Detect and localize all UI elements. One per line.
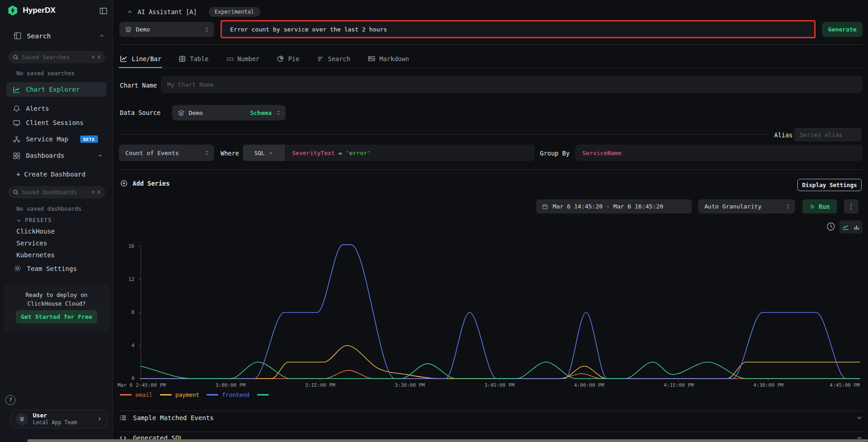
- generate-button[interactable]: Generate: [822, 22, 863, 37]
- group-by-input[interactable]: ServiceName: [575, 145, 863, 161]
- sidebar-item-chart-explorer[interactable]: Chart Explorer: [6, 82, 107, 97]
- sidebar-collapse-icon[interactable]: [99, 7, 108, 15]
- create-dashboard-button[interactable]: + Create Dashboard: [16, 171, 86, 178]
- chart-type-tabs: Line/BarTable123NumberPieSearchMarkdown: [120, 55, 863, 68]
- hyperdx-logo-icon: [7, 5, 18, 16]
- monitor-icon: [13, 119, 21, 127]
- search-icon: [13, 54, 19, 60]
- bar-chart-icon[interactable]: [853, 224, 860, 231]
- divider: [119, 44, 863, 45]
- ai-prompt-value: Error count by service over the last 2 h…: [230, 26, 387, 33]
- kebab-menu-button[interactable]: ⋮: [844, 199, 858, 213]
- granularity-select[interactable]: Auto Granularity: [698, 199, 795, 213]
- chart-name-input[interactable]: My Chart Name: [161, 76, 863, 93]
- preset-item-kubernetes[interactable]: Kubernetes: [16, 251, 55, 259]
- presets-toggle[interactable]: PRESETS: [16, 217, 52, 224]
- legend-item-frontend[interactable]: frontend: [206, 391, 249, 398]
- y-tick-label: 16: [113, 243, 134, 249]
- alias-input[interactable]: Series alias: [794, 128, 862, 141]
- legend-label: frontend: [222, 391, 249, 398]
- play-icon: [810, 204, 815, 209]
- tab-pie[interactable]: Pie: [277, 55, 299, 68]
- chevron-up-icon[interactable]: [99, 33, 105, 39]
- tab-search[interactable]: Search: [317, 55, 350, 68]
- sidebar-item-dashboards[interactable]: Dashboards: [6, 148, 107, 163]
- sidebar-section-search[interactable]: Search: [14, 32, 105, 40]
- where-lang-select[interactable]: SQL: [243, 145, 285, 161]
- sidebar-item-team-settings[interactable]: Team Settings: [14, 265, 77, 272]
- legend-item-email[interactable]: email: [120, 391, 153, 398]
- sidebar-item-alerts[interactable]: Alerts: [6, 101, 107, 116]
- aggregation-select[interactable]: Count of Events: [119, 145, 214, 161]
- ai-source-select[interactable]: Demo: [119, 22, 214, 37]
- app-title: HyperDX: [23, 6, 56, 15]
- run-label: Run: [819, 203, 830, 210]
- tab-table[interactable]: Table: [179, 55, 209, 68]
- no-saved-dashboards-text: No saved dashboards: [16, 205, 82, 212]
- where-input[interactable]: SeverityText = 'error': [285, 145, 534, 161]
- select-updown-icon: [204, 150, 210, 156]
- user-menu[interactable]: U User Local App Team: [11, 410, 108, 428]
- help-icon: ?: [9, 397, 12, 403]
- sidebar-item-label: Service Map: [26, 135, 68, 143]
- search-panel-icon: [14, 32, 21, 40]
- sidebar-item-label: Dashboards: [26, 152, 64, 159]
- data-source-select[interactable]: Demo Schema: [172, 105, 286, 120]
- x-tick-label: 3:30:00 PM: [395, 382, 425, 388]
- saved-dashboards-input[interactable]: Saved Dashboards ⌘ K: [8, 186, 105, 198]
- saved-searches-input[interactable]: Saved Searches ⌘ K: [8, 51, 105, 63]
- grid-icon: [13, 152, 21, 160]
- markdown-icon: [368, 55, 375, 62]
- sidebar-item-client-sessions[interactable]: Client Sessions: [6, 115, 107, 130]
- help-button[interactable]: ?: [5, 395, 15, 405]
- time-format-icon[interactable]: [826, 222, 836, 231]
- where-value-token: 'error': [346, 150, 371, 156]
- sidebar-search-label: Search: [27, 32, 51, 40]
- tab-label: Table: [190, 55, 209, 62]
- svg-text:123: 123: [226, 57, 233, 61]
- select-updown-icon: [785, 203, 791, 210]
- chevron-down-icon: [268, 151, 273, 156]
- legend-dash: [160, 394, 172, 395]
- where-clause: SQL SeverityText = 'error': [243, 145, 534, 161]
- where-lang-value: SQL: [254, 150, 265, 156]
- app-logo[interactable]: HyperDX: [7, 5, 56, 16]
- time-range-picker[interactable]: Mar 6 14:45:20 - Mar 6 16:45:20: [536, 199, 692, 213]
- horizontal-scrollbar[interactable]: [27, 439, 868, 442]
- ai-prompt-input[interactable]: Error count by service over the last 2 h…: [221, 20, 816, 38]
- chart-style-toggle: [839, 220, 863, 234]
- preset-item-services[interactable]: Services: [16, 239, 47, 247]
- display-settings-button[interactable]: Display Settings: [797, 179, 862, 191]
- where-label: Where: [221, 150, 239, 157]
- tab-number[interactable]: 123Number: [226, 55, 260, 68]
- get-started-button[interactable]: Get Started for Free: [16, 310, 97, 323]
- legend-item[interactable]: [257, 391, 269, 398]
- sample-matched-events-section[interactable]: Sample Matched Events: [119, 414, 863, 421]
- run-button[interactable]: Run: [802, 199, 837, 213]
- ai-assistant-header[interactable]: AI Assistant [A] Experimental: [127, 7, 260, 17]
- legend-dash: [206, 394, 218, 395]
- tab-label: Markdown: [380, 55, 409, 62]
- tab-line-bar[interactable]: Line/Bar: [120, 55, 161, 68]
- legend-item-payment[interactable]: payment: [160, 391, 200, 398]
- sidebar-item-label: Client Sessions: [26, 119, 83, 126]
- chevron-up-icon[interactable]: [98, 153, 103, 158]
- legend-dash: [257, 394, 269, 395]
- y-tick-label: 8: [113, 309, 134, 315]
- sidebar-item-service-map[interactable]: Service MapBETA: [6, 132, 107, 146]
- tab-markdown[interactable]: Markdown: [368, 55, 409, 68]
- chevron-up-icon[interactable]: [127, 9, 133, 15]
- chart-line-icon: [13, 86, 21, 94]
- area-chart-icon[interactable]: [842, 224, 849, 231]
- add-series-label: Add Series: [133, 180, 169, 187]
- add-series-button[interactable]: Add Series: [120, 180, 169, 187]
- preset-item-clickhouse[interactable]: ClickHouse: [16, 228, 55, 235]
- timeseries-chart[interactable]: 0481216 Mar 6 2:45:00 PM3:00:00 PM3:15:0…: [113, 241, 868, 391]
- x-tick-label: 4:15:00 PM: [663, 382, 693, 388]
- plus-circle-icon: [120, 180, 128, 187]
- saved-dashboards-placeholder: Saved Dashboards: [22, 189, 88, 196]
- schema-link[interactable]: Schema: [250, 109, 272, 116]
- divider: [120, 134, 769, 135]
- where-field-token: SeverityText: [292, 150, 335, 156]
- section-label: Sample Matched Events: [133, 414, 214, 421]
